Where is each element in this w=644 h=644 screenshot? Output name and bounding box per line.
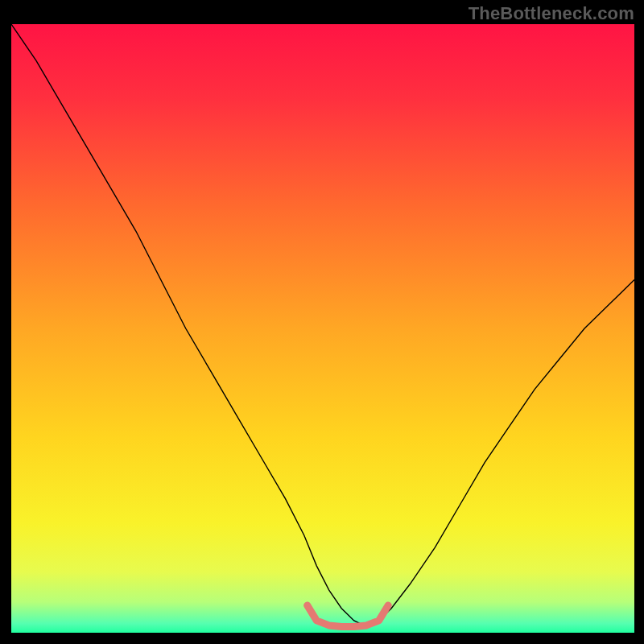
plot-area [11,24,634,633]
chart-svg [11,24,634,633]
watermark-text: TheBottleneck.com [469,3,634,24]
chart-frame: TheBottleneck.com [0,0,644,644]
background-rect [11,24,634,633]
